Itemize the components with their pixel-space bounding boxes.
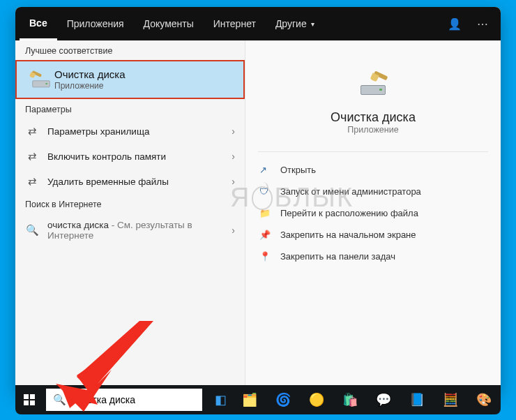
action-label: Закрепить на панели задач: [280, 251, 395, 262]
preview-subtitle: Приложение: [258, 125, 488, 135]
search-icon: 🔍: [25, 224, 39, 237]
preview-app-icon: [351, 64, 395, 103]
taskbar: 🔍 ◧ 🗂️ 🌀 🟡 🛍️ 💬 📘 🧮 🎨: [15, 385, 501, 414]
taskbar-app-edge[interactable]: 🌀: [271, 387, 296, 412]
taskbar-app-paint[interactable]: 🎨: [471, 387, 496, 412]
section-settings: Параметры: [15, 99, 245, 119]
action-pin-start[interactable]: 📌 Закрепить на начальном экране: [258, 224, 488, 246]
taskbar-app-store[interactable]: 🛍️: [337, 387, 363, 412]
search-input[interactable]: [72, 394, 195, 405]
tab-all[interactable]: Все: [20, 7, 57, 40]
taskbar-app-word[interactable]: 📘: [404, 387, 430, 412]
chevron-right-icon: ›: [232, 225, 235, 236]
divider: [258, 151, 488, 152]
action-pin-taskbar[interactable]: 📍 Закрепить на панели задач: [258, 246, 488, 267]
task-view-icon[interactable]: ◧: [209, 387, 233, 412]
folder-icon: 📁: [259, 208, 272, 218]
section-best-match: Лучшее соответствие: [15, 40, 245, 60]
settings-item-memory-control[interactable]: ⇄ Включить контроль памяти ›: [15, 144, 245, 169]
taskbar-search-box[interactable]: 🔍: [46, 389, 202, 411]
chevron-right-icon: ›: [232, 176, 235, 187]
action-label: Перейти к расположению файла: [280, 208, 418, 218]
results-list: Лучшее соответствие Очистка диска Прилож…: [15, 40, 245, 392]
tab-more-label: Другие: [275, 18, 307, 29]
results-body: Лучшее соответствие Очистка диска Прилож…: [15, 40, 501, 392]
action-label: Открыть: [280, 165, 316, 175]
web-search-label: очистка диска - См. результаты в Интерне…: [47, 220, 223, 241]
action-open-file-location[interactable]: 📁 Перейти к расположению файла: [258, 202, 488, 224]
preview-pane: Очистка диска Приложение ↗ Открыть 🛡 Зап…: [245, 40, 501, 392]
start-button[interactable]: [15, 385, 43, 414]
taskbar-app-viber[interactable]: 💬: [371, 387, 396, 412]
action-open[interactable]: ↗ Открыть: [258, 159, 488, 181]
taskbar-app-calculator[interactable]: 🧮: [438, 387, 463, 412]
open-icon: ↗: [259, 165, 272, 175]
action-run-as-admin[interactable]: 🛡 Запуск от имени администратора: [258, 181, 488, 202]
pin-icon: 📌: [259, 230, 272, 240]
disk-cleanup-icon: [26, 72, 46, 87]
best-match-item[interactable]: Очистка диска Приложение: [15, 60, 245, 99]
tab-documents[interactable]: Документы: [134, 7, 204, 40]
taskbar-pinned-apps: 🗂️ 🌀 🟡 🛍️ 💬 📘 🧮 🎨: [233, 387, 501, 412]
pin-icon: 📍: [259, 251, 272, 262]
tab-web[interactable]: Интернет: [204, 7, 266, 40]
settings-icon: ⇄: [25, 150, 39, 163]
search-icon: 🔍: [53, 393, 66, 406]
preview-title: Очистка диска: [258, 110, 488, 125]
settings-icon: ⇄: [25, 125, 39, 137]
tab-more[interactable]: Другие ▾: [266, 7, 324, 40]
more-options-icon[interactable]: ⋯: [469, 17, 496, 31]
shield-icon: 🛡: [259, 186, 272, 197]
best-match-subtitle: Приложение: [54, 81, 126, 91]
settings-item-delete-temp[interactable]: ⇄ Удалить временные файлы ›: [15, 169, 245, 194]
best-match-title: Очистка диска: [54, 68, 126, 81]
windows-logo-icon: [24, 394, 35, 405]
search-window: Все Приложения Документы Интернет Другие…: [15, 7, 501, 392]
chevron-down-icon: ▾: [311, 20, 314, 28]
settings-icon: ⇄: [25, 175, 39, 188]
tab-apps[interactable]: Приложения: [57, 7, 134, 40]
action-label: Закрепить на начальном экране: [280, 230, 416, 240]
taskbar-app-chrome[interactable]: 🟡: [304, 387, 329, 412]
taskbar-app-file-explorer[interactable]: 🗂️: [237, 387, 262, 412]
settings-label: Параметры хранилища: [47, 126, 223, 137]
action-label: Запуск от имени администратора: [280, 186, 421, 197]
settings-label: Включить контроль памяти: [47, 151, 223, 162]
chevron-right-icon: ›: [232, 126, 235, 137]
section-web-search: Поиск в Интернете: [15, 194, 245, 213]
web-search-item[interactable]: 🔍 очистка диска - См. результаты в Интер…: [15, 213, 245, 247]
tab-bar: Все Приложения Документы Интернет Другие…: [15, 7, 501, 40]
feedback-icon[interactable]: 👤: [441, 17, 469, 31]
chevron-right-icon: ›: [232, 151, 235, 162]
settings-item-storage[interactable]: ⇄ Параметры хранилища ›: [15, 119, 245, 144]
settings-label: Удалить временные файлы: [47, 177, 223, 187]
